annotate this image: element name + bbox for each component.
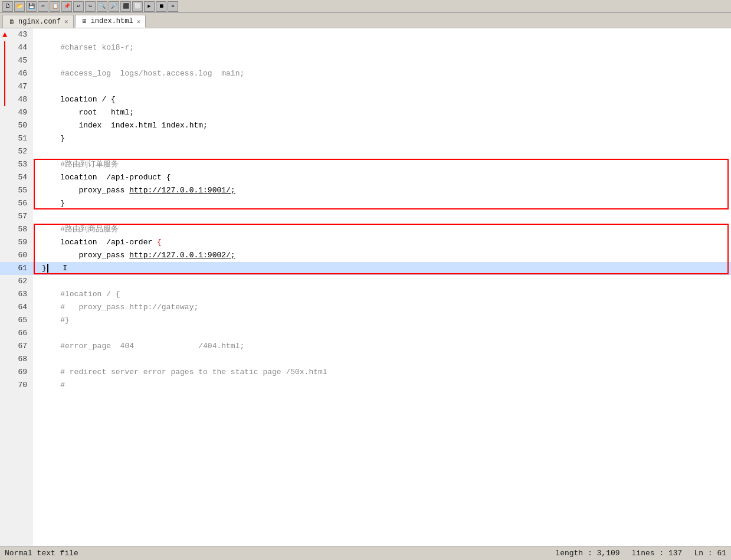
line-number-49: 49 [0, 106, 32, 119]
code-line-62[interactable] [32, 275, 731, 288]
status-ln: Ln : 61 [694, 549, 726, 558]
code-line-64[interactable]: # proxy_pass http://gateway; [32, 301, 731, 314]
code-line-49[interactable]: root html; [32, 106, 731, 119]
line-number-47: 47 [0, 80, 32, 93]
toolbar-icon-13[interactable]: ▶ [144, 1, 155, 12]
line-number-64: 64 [0, 301, 32, 314]
line-number-50: 50 [0, 119, 32, 132]
line-number-70: 70 [0, 379, 32, 392]
line-number-66: 66 [0, 327, 32, 340]
code-line-55[interactable]: proxy_pass http://127.0.0.1:9001/; [32, 184, 731, 197]
status-length: length : 3,109 [555, 549, 619, 558]
toolbar-icon-11[interactable]: ⬛ [120, 1, 131, 12]
code-line-52[interactable] [32, 145, 731, 158]
status-lines: lines : 137 [632, 549, 683, 558]
toolbar-icon-14[interactable]: ⏹ [156, 1, 166, 12]
status-bar: Normal text file length : 3,109 lines : … [0, 546, 731, 560]
code-line-65[interactable]: #} [32, 314, 731, 327]
line-number-68: 68 [0, 353, 32, 366]
code-line-44[interactable]: #charset koi8-r; [32, 41, 731, 54]
line-number-45: 45 [0, 54, 32, 67]
tab-nginx-icon: 🗎 [8, 18, 16, 26]
tab-nginx-close[interactable]: ✕ [64, 18, 68, 25]
line-number-55: 55 [0, 184, 32, 197]
code-line-51[interactable]: } [32, 132, 731, 145]
line-number-67: 67 [0, 340, 32, 353]
toolbar-icon-1[interactable]: 🗋 [2, 1, 13, 12]
code-line-53[interactable]: #路由到订单服务 [32, 158, 731, 171]
toolbar-icon-2[interactable]: 📂 [14, 1, 25, 12]
code-line-57[interactable] [32, 210, 731, 223]
toolbar-icon-9[interactable]: 🔍 [97, 1, 107, 12]
code-line-54[interactable]: location /api-product { [32, 171, 731, 184]
line-number-60: 60 [0, 249, 32, 262]
line-number-52: 52 [0, 145, 32, 158]
tab-index-icon: 🗎 [80, 17, 88, 25]
code-line-58[interactable]: #路由到商品服务 [32, 223, 731, 236]
code-line-66[interactable] [32, 327, 731, 340]
line-number-56: 56 [0, 197, 32, 210]
line-number-63: 63 [0, 288, 32, 301]
line-number-53: 53 [0, 158, 32, 171]
tab-bar: 🗎 nginx.conf ✕ 🗎 index.html ✕ [0, 13, 731, 28]
line-number-46: 46 [0, 67, 32, 80]
status-left: Normal text file [5, 549, 78, 558]
toolbar-icon-6[interactable]: 📌 [61, 1, 72, 12]
line-number-62: 62 [0, 275, 32, 288]
code-line-59[interactable]: location /api-order { [32, 236, 731, 249]
editor: 4344454647484950515253545556575859606162… [0, 28, 731, 546]
line-number-44: 44 [0, 41, 32, 54]
toolbar-icon-10[interactable]: 🔎 [109, 1, 119, 12]
code-line-60[interactable]: proxy_pass http://127.0.0.1:9002/; [32, 249, 731, 262]
toolbar-icon-4[interactable]: ✂ [38, 1, 48, 12]
status-right: length : 3,109 lines : 137 Ln : 61 [555, 549, 726, 558]
line-number-69: 69 [0, 366, 32, 379]
line-number-58: 58 [0, 223, 32, 236]
toolbar-icon-12[interactable]: ⬜ [132, 1, 143, 12]
line-numbers: 4344454647484950515253545556575859606162… [0, 28, 32, 546]
code-line-45[interactable] [32, 54, 731, 67]
tab-index-html[interactable]: 🗎 index.html ✕ [75, 15, 146, 28]
toolbar-icon-3[interactable]: 💾 [26, 1, 37, 12]
line-number-59: 59 [0, 236, 32, 249]
tab-index-label: index.html [91, 17, 133, 25]
code-line-63[interactable]: #location / { [32, 288, 731, 301]
status-mode: Normal text file [5, 549, 78, 558]
line-number-48: 48 [0, 93, 32, 106]
tab-nginx-label: nginx.conf [18, 18, 61, 26]
code-area[interactable]: #charset koi8-r; #access_log logs/host.a… [32, 28, 731, 546]
code-line-68[interactable] [32, 353, 731, 366]
line-number-65: 65 [0, 314, 32, 327]
line-number-61: 61 [0, 262, 32, 275]
code-line-67[interactable]: #error_page 404 /404.html; [32, 340, 731, 353]
code-line-50[interactable]: index index.html index.htm; [32, 119, 731, 132]
toolbar-icon-15[interactable]: ≡ [168, 1, 178, 12]
toolbar-icon-5[interactable]: 📋 [50, 1, 60, 12]
code-line-46[interactable]: #access_log logs/host.access.log main; [32, 67, 731, 80]
toolbar-icon-8[interactable]: ↪ [85, 1, 96, 12]
toolbar[interactable]: 🗋 📂 💾 ✂ 📋 📌 ↩ ↪ 🔍 🔎 ⬛ ⬜ ▶ ⏹ ≡ [0, 0, 731, 13]
tab-index-close[interactable]: ✕ [137, 18, 141, 25]
code-line-61[interactable]: } I [32, 262, 731, 275]
code-line-70[interactable]: # [32, 379, 731, 392]
code-line-56[interactable]: } [32, 197, 731, 210]
line-number-51: 51 [0, 132, 32, 145]
code-line-47[interactable] [32, 80, 731, 93]
toolbar-icon-7[interactable]: ↩ [73, 1, 84, 12]
tab-nginx-conf[interactable]: 🗎 nginx.conf ✕ [2, 15, 74, 28]
line-number-43: 43 [0, 28, 32, 41]
line-number-54: 54 [0, 171, 32, 184]
code-line-69[interactable]: # redirect server error pages to the sta… [32, 366, 731, 379]
line-number-57: 57 [0, 210, 32, 223]
code-line-48[interactable]: location / { [32, 93, 731, 106]
code-line-43[interactable] [32, 28, 731, 41]
